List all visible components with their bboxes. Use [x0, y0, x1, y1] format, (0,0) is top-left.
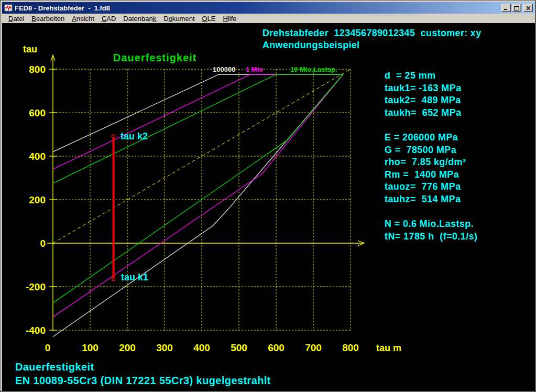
- close-button[interactable]: [523, 4, 533, 12]
- svg-text:800: 800: [342, 342, 359, 353]
- chart-client-area: 8006004002000-200-4000100200300400500600…: [2, 23, 535, 391]
- minimize-button[interactable]: [501, 4, 511, 12]
- svg-text:1 Mio: 1 Mio: [246, 66, 263, 73]
- result-line: tN= 1785 h (f=0.1/s): [385, 231, 477, 243]
- result-line: E = 206000 MPa: [385, 132, 466, 144]
- result-line: taukh= 652 MPa: [385, 107, 462, 119]
- result-line: Rm = 1400 MPa: [385, 169, 466, 181]
- result-line: d = 25 mm: [385, 70, 462, 82]
- y-axis-label: tau: [23, 44, 37, 55]
- svg-text:400: 400: [193, 342, 210, 353]
- footer-diagram-name: Dauerfestigkeit: [15, 361, 94, 373]
- svg-text:200: 200: [29, 194, 46, 205]
- footer-material-spec: EN 10089-55Cr3 (DIN 17221 55Cr3) kugelge…: [15, 375, 271, 387]
- menu-item-ansicht[interactable]: Ansicht: [68, 14, 98, 23]
- menu-item-cad[interactable]: CAD: [98, 14, 119, 23]
- window-title: FED8 - Drehstabfeder - 1.fd8: [15, 4, 501, 12]
- cycle-labels: 1000001 Mio10 Mio.Lastsp.: [213, 66, 337, 73]
- result-line: N = 0.6 Mio.Lastsp.: [385, 218, 477, 231]
- series-100000: [53, 74, 343, 337]
- svg-text:300: 300: [156, 342, 173, 353]
- chart-title: Dauerfestigkeit: [113, 52, 197, 63]
- menu-item-ole[interactable]: OLE: [199, 14, 220, 23]
- result-line: G = 78500 MPa: [385, 144, 466, 157]
- menu-item-datei[interactable]: Datei: [5, 14, 28, 23]
- menu-bar: DateiBearbeitenAnsichtCADDatenbankDokume…: [2, 14, 535, 23]
- grid: [53, 69, 351, 331]
- tau-k1-marker: [112, 278, 115, 281]
- window-controls: [501, 4, 533, 12]
- title-bar[interactable]: FED8 - Drehstabfeder - 1.fd8: [2, 2, 535, 14]
- result-line: rho= 7.85 kg/dm³: [385, 156, 466, 169]
- menu-item-datenbank[interactable]: Datenbank: [119, 14, 160, 23]
- tau-k1-label: tau k1: [121, 272, 148, 282]
- svg-text:800: 800: [29, 64, 46, 75]
- menu-item-dokument[interactable]: Dokument: [160, 14, 198, 23]
- svg-text:0: 0: [45, 342, 51, 353]
- svg-text:100: 100: [82, 342, 99, 353]
- menu-item-bearbeiten[interactable]: Bearbeiten: [28, 14, 68, 23]
- svg-text:600: 600: [268, 342, 285, 353]
- tau-k2-marker: [112, 135, 115, 138]
- result-line: tauk1= -163 MPa: [385, 82, 462, 95]
- series-1-mio: [53, 74, 343, 317]
- svg-text:100000: 100000: [213, 66, 235, 73]
- svg-text:10 Mio.Lastsp.: 10 Mio.Lastsp.: [290, 66, 337, 73]
- app-icon[interactable]: [4, 4, 13, 12]
- fed8-spring-icon: [4, 4, 13, 12]
- x-axis-label: tau m: [376, 343, 401, 353]
- x-tick-labels: 0100200300400500600700800: [45, 342, 359, 353]
- series-10-mio-lastsp-: [53, 74, 343, 303]
- result-line: tauk2= 489 MPa: [385, 94, 462, 107]
- app-window: FED8 - Drehstabfeder - 1.fd8 DateiBearbe…: [0, 0, 536, 392]
- y-tick-labels: 8006004002000-200-400: [26, 64, 46, 336]
- svg-text:-200: -200: [26, 281, 46, 292]
- results-block-cycles: N = 0.6 Mio.Lastsp.tN= 1785 h (f=0.1/s): [385, 218, 477, 243]
- result-line: tauhz= 514 MPa: [385, 193, 466, 206]
- maximize-button[interactable]: [512, 4, 521, 12]
- axes: [47, 55, 364, 331]
- result-line: tauoz= 776 MPa: [385, 181, 466, 193]
- operating-stress-line: tau k2tau k1: [112, 131, 149, 282]
- spring-header-line2: Anwendungsbeispiel: [262, 40, 359, 51]
- svg-text:0: 0: [40, 238, 46, 249]
- svg-text:500: 500: [231, 342, 247, 353]
- svg-text:-400: -400: [26, 325, 46, 336]
- svg-text:400: 400: [29, 151, 46, 162]
- spring-header-line1: Drehstabfeder 123456789012345 customer: …: [262, 28, 481, 39]
- minimize-icon: [504, 6, 509, 10]
- tau-k2-label: tau k2: [121, 131, 148, 141]
- maximize-icon: [514, 6, 519, 10]
- results-block-material: E = 206000 MPaG = 78500 MParho= 7.85 kg/…: [385, 132, 466, 205]
- svg-text:200: 200: [119, 342, 136, 353]
- svg-text:700: 700: [305, 342, 322, 353]
- results-block-stresses: d = 25 mmtauk1= -163 MPatauk2= 489 MPata…: [385, 70, 462, 119]
- menu-item-hilfe[interactable]: Hilfe: [220, 14, 240, 23]
- close-icon: [526, 6, 531, 10]
- svg-text:600: 600: [29, 107, 46, 118]
